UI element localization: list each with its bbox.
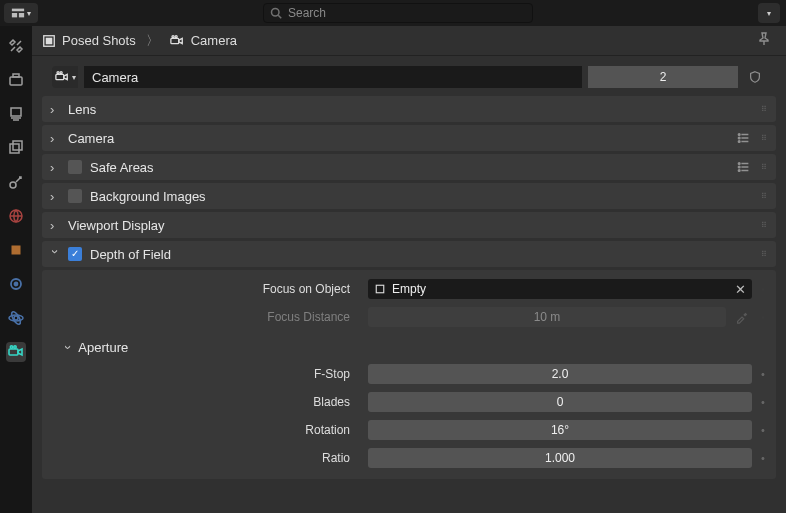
panel-title: Viewport Display	[68, 218, 165, 233]
svg-rect-22	[46, 38, 51, 43]
panels: › Lens ⠿ › Camera ⠿ › Safe Areas ⠿	[32, 96, 786, 513]
svg-rect-2	[19, 13, 24, 17]
tab-physics[interactable]	[6, 308, 26, 328]
svg-rect-12	[12, 246, 20, 254]
label-focus-distance: Focus Distance	[42, 310, 362, 324]
panel-background-images[interactable]: › Background Images ⠿	[42, 183, 776, 209]
dof-body: Focus on Object Empty ✕ • Focus Distance…	[42, 270, 776, 479]
panel-safe-areas[interactable]: › Safe Areas ⠿	[42, 154, 776, 180]
blades-value: 0	[557, 395, 564, 409]
tab-tool[interactable]	[6, 36, 26, 56]
grip-icon[interactable]: ⠿	[761, 192, 768, 201]
camera-icon	[169, 34, 185, 48]
panel-lens[interactable]: › Lens ⠿	[42, 96, 776, 122]
subpanel-title: Aperture	[78, 340, 128, 355]
pin-button[interactable]	[756, 31, 776, 51]
list-icon[interactable]	[737, 131, 751, 145]
svg-rect-8	[10, 144, 19, 153]
tab-object[interactable]	[6, 240, 26, 260]
grip-icon[interactable]: ⠿	[761, 163, 768, 172]
chevron-right-icon: 〉	[146, 32, 159, 50]
breadcrumb: Posed Shots 〉 Camera	[32, 26, 786, 56]
animate-dot[interactable]: •	[758, 396, 768, 408]
datablock-name-field[interactable]: Camera	[84, 66, 582, 88]
panel-camera[interactable]: › Camera ⠿	[42, 125, 776, 151]
list-icon[interactable]	[737, 160, 751, 174]
datablock-browse[interactable]: ▾	[52, 66, 78, 88]
chevron-right-icon: ›	[50, 189, 60, 204]
panel-viewport-display[interactable]: › Viewport Display ⠿	[42, 212, 776, 238]
breadcrumb-root[interactable]: Posed Shots	[42, 33, 136, 48]
svg-rect-1	[12, 13, 17, 17]
grip-icon[interactable]: ⠿	[761, 250, 768, 259]
object-icon	[374, 283, 386, 295]
distance-picker[interactable]	[732, 307, 752, 327]
camera-icon	[54, 70, 70, 84]
eyedropper-icon	[735, 310, 749, 324]
chevron-down-icon: ›	[61, 345, 76, 349]
svg-point-19	[10, 346, 12, 348]
animate-dot[interactable]: •	[758, 283, 768, 295]
svg-point-29	[738, 134, 740, 136]
label-fstop: F-Stop	[42, 367, 362, 381]
breadcrumb-leaf[interactable]: Camera	[169, 33, 237, 48]
ratio-field[interactable]: 1.000	[368, 448, 752, 468]
properties-editor-icon	[11, 6, 25, 20]
chevron-down-icon: ▾	[767, 9, 771, 18]
animate-dot[interactable]: •	[758, 424, 768, 436]
dof-checkbox[interactable]	[68, 247, 82, 261]
pin-icon	[756, 31, 772, 47]
blades-field[interactable]: 0	[368, 392, 752, 412]
svg-rect-35	[376, 285, 384, 293]
tab-world[interactable]	[6, 206, 26, 226]
svg-point-24	[172, 35, 174, 37]
datablock-users-button[interactable]: 2	[588, 66, 738, 88]
tab-output[interactable]	[6, 104, 26, 124]
breadcrumb-leaf-label: Camera	[191, 33, 237, 48]
tab-viewlayer[interactable]	[6, 138, 26, 158]
panel-depth-of-field[interactable]: › Depth of Field ⠿	[42, 241, 776, 267]
fake-user-button[interactable]	[744, 66, 766, 88]
datablock-row: ▾ Camera 2	[42, 64, 776, 90]
tab-scene[interactable]	[6, 172, 26, 192]
svg-point-20	[14, 346, 16, 348]
tab-constraints[interactable]	[6, 274, 26, 294]
svg-point-28	[60, 72, 62, 74]
animate-dot[interactable]: •	[758, 368, 768, 380]
focus-distance-value: 10 m	[534, 310, 561, 324]
subpanel-aperture[interactable]: › Aperture	[42, 334, 776, 357]
clear-focus-object[interactable]: ✕	[732, 281, 748, 297]
grip-icon[interactable]: ⠿	[761, 134, 768, 143]
datablock-users: 2	[660, 70, 667, 84]
properties-main: Posed Shots 〉 Camera ▾ Camera 2	[32, 26, 786, 513]
svg-rect-7	[11, 108, 21, 116]
editor-type-dropdown[interactable]: ▾	[4, 3, 38, 23]
tab-render[interactable]	[6, 70, 26, 90]
chevron-right-icon: ›	[50, 218, 60, 233]
animate-dot[interactable]: •	[758, 452, 768, 464]
options-dropdown[interactable]: ▾	[758, 3, 780, 23]
fstop-field[interactable]: 2.0	[368, 364, 752, 384]
svg-point-34	[738, 170, 740, 172]
chevron-down-icon: ▾	[72, 73, 76, 82]
svg-point-3	[272, 9, 280, 17]
shield-icon	[748, 70, 762, 84]
animate-dot[interactable]: •	[758, 311, 768, 323]
safe-areas-checkbox[interactable]	[68, 160, 82, 174]
ratio-value: 1.000	[545, 451, 575, 465]
svg-point-27	[57, 72, 59, 74]
focus-object-field[interactable]: Empty ✕	[368, 279, 752, 299]
label-blades: Blades	[42, 395, 362, 409]
chevron-down-icon: ›	[48, 249, 63, 259]
tab-object-data-camera[interactable]	[6, 342, 26, 362]
search-input[interactable]: Search	[263, 3, 533, 23]
grip-icon[interactable]: ⠿	[761, 221, 768, 230]
rotation-field[interactable]: 16°	[368, 420, 752, 440]
datablock-name: Camera	[92, 70, 138, 85]
svg-point-32	[738, 163, 740, 165]
svg-rect-9	[13, 141, 22, 150]
grip-icon[interactable]: ⠿	[761, 105, 768, 114]
svg-rect-26	[56, 74, 64, 79]
bg-images-checkbox[interactable]	[68, 189, 82, 203]
panel-title: Background Images	[90, 189, 206, 204]
